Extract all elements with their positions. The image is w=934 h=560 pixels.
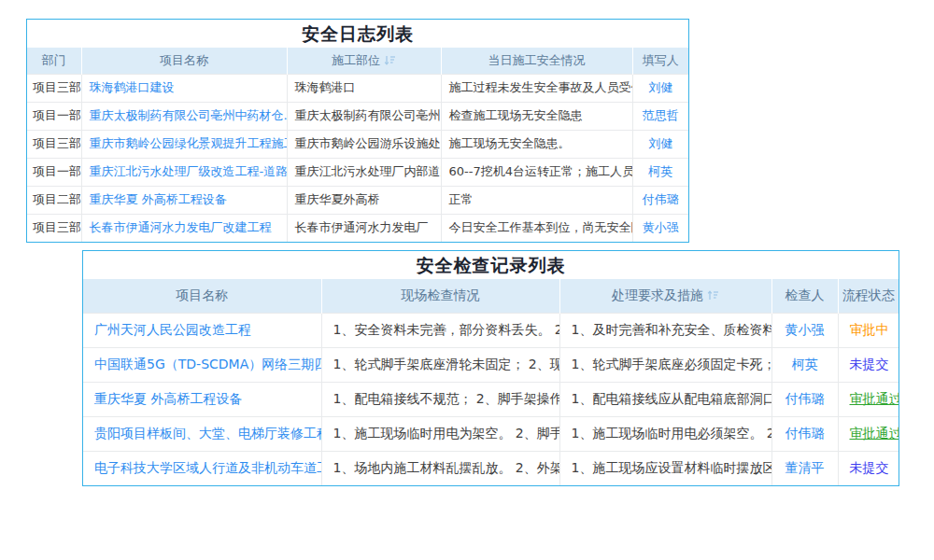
site-check-cell: 1、安全资料未完善，部分资料丢失。 2... (321, 313, 559, 347)
log-col-construction-part[interactable]: 施工部位 (287, 48, 441, 74)
inspector-link[interactable]: 付伟璐 (785, 391, 825, 406)
status-badge: 审批中 (850, 322, 889, 337)
safety-situation-cell: 施工现场无安全隐患。 (441, 130, 632, 158)
inspection-header-row: 项目名称 现场检查情况 处理要求及措施 检查人 流程状态 (83, 279, 899, 313)
writer-cell: 付伟璐 (632, 186, 688, 214)
inspector-link[interactable]: 柯英 (792, 357, 818, 371)
project-cell: 重庆江北污水处理厂级改造工程-道路... (81, 158, 287, 186)
writer-link[interactable]: 刘健 (648, 136, 672, 150)
writer-link[interactable]: 柯英 (648, 164, 672, 178)
department-cell: 项目三部 (27, 130, 81, 158)
writer-link[interactable]: 黄小强 (643, 220, 679, 234)
project-name-link[interactable]: 重庆华夏 外高桥工程设备 (90, 192, 227, 206)
safety-log-title: 安全日志列表 (27, 20, 688, 48)
department-cell: 项目一部 (27, 102, 81, 130)
inspector-cell: 付伟璐 (771, 416, 838, 451)
table-row: 项目三部 珠海鹤港口建设 珠海鹤港口 施工过程未发生安全事故及人员受伤情况 刘健 (27, 74, 688, 102)
measures-cell: 1、施工现场临时用电必须架空。 2... (559, 416, 771, 451)
status-cell: 未提交 (838, 451, 899, 485)
project-cell: 重庆太极制药有限公司亳州中药材仓... (81, 102, 287, 130)
status-cell: 未提交 (838, 347, 899, 382)
site-check-cell: 1、配电箱接线不规范； 2、脚手架操作... (321, 382, 559, 416)
status-badge: 审批通过 (850, 391, 899, 406)
department-cell: 项目三部 (27, 214, 81, 242)
status-cell: 审批通过 (838, 382, 899, 416)
inspector-link[interactable]: 黄小强 (785, 322, 825, 337)
project-cell: 中国联通5G（TD-SCDMA）网络三期四... (83, 347, 321, 382)
project-name-link[interactable]: 长春市伊通河水力发电厂改建工程 (90, 220, 272, 234)
writer-cell: 柯英 (632, 158, 688, 186)
project-cell: 重庆华夏 外高桥工程设备 (83, 382, 321, 416)
safety-inspection-panel: 安全检查记录列表 项目名称 现场检查情况 处理要求及措施 检查人 流程状态 广州… (82, 250, 899, 486)
measures-cell: 1、配电箱接线应从配电箱底部洞口... (559, 382, 771, 416)
construction-part-cell: 重庆市鹅岭公园游乐设施处 (287, 130, 441, 158)
log-header-row: 部门 项目名称 施工部位 当日施工安全情况 填写人 (27, 48, 688, 74)
inspector-cell: 黄小强 (771, 313, 838, 347)
table-row: 项目三部 长春市伊通河水力发电厂改建工程 长春市伊通河水力发电厂 今日安全工作基… (27, 214, 688, 242)
project-cell: 贵阳项目样板间、大堂、电梯厅装修工程 (83, 416, 321, 451)
project-name-link[interactable]: 电子科技大学区域人行道及非机动车道工... (94, 460, 321, 475)
log-col-writer: 填写人 (632, 48, 688, 74)
status-badge: 未提交 (850, 357, 889, 371)
measures-cell: 1、及时完善和补充安全、质检资料... (559, 313, 771, 347)
project-name-link[interactable]: 广州天河人民公园改造工程 (94, 322, 251, 337)
safety-inspection-title: 安全检查记录列表 (83, 251, 899, 279)
project-name-link[interactable]: 中国联通5G（TD-SCDMA）网络三期四... (94, 357, 321, 371)
safety-log-table: 部门 项目名称 施工部位 当日施工安全情况 填写人 项目三部 珠海鹤港口建设 珠… (27, 48, 688, 242)
log-col-department: 部门 (27, 48, 81, 74)
department-cell: 项目三部 (27, 74, 81, 102)
safety-inspection-table: 项目名称 现场检查情况 处理要求及措施 检查人 流程状态 广州天河人民公园改造工… (83, 279, 899, 485)
writer-cell: 黄小强 (632, 214, 688, 242)
table-row: 贵阳项目样板间、大堂、电梯厅装修工程 1、施工现场临时用电为架空。 2、脚手..… (83, 416, 899, 451)
project-name-link[interactable]: 贵阳项目样板间、大堂、电梯厅装修工程 (94, 426, 321, 441)
log-col-project-name: 项目名称 (81, 48, 287, 74)
insp-col-measures[interactable]: 处理要求及措施 (559, 279, 771, 313)
sort-icon[interactable] (707, 289, 719, 304)
safety-situation-cell: 今日安全工作基本到位，尚无安全隐患... (441, 214, 632, 242)
construction-part-cell: 珠海鹤港口 (287, 74, 441, 102)
project-name-link[interactable]: 珠海鹤港口建设 (90, 80, 175, 94)
inspector-cell: 董清平 (771, 451, 838, 485)
table-row: 重庆华夏 外高桥工程设备 1、配电箱接线不规范； 2、脚手架操作... 1、配电… (83, 382, 899, 416)
construction-part-cell: 重庆江北污水处理厂内部道路 (287, 158, 441, 186)
table-row: 电子科技大学区域人行道及非机动车道工... 1、场地内施工材料乱摆乱放。 2、外… (83, 451, 899, 485)
project-cell: 重庆市鹅岭公园绿化景观提升工程施工 (81, 130, 287, 158)
safety-situation-cell: 施工过程未发生安全事故及人员受伤情况 (441, 74, 632, 102)
log-col-construction-part-label: 施工部位 (332, 53, 380, 67)
status-badge: 审批通过 (850, 426, 899, 441)
writer-cell: 刘健 (632, 130, 688, 158)
inspector-link[interactable]: 董清平 (785, 460, 825, 475)
writer-link[interactable]: 范思哲 (643, 108, 679, 122)
inspector-cell: 付伟璐 (771, 382, 838, 416)
safety-situation-cell: 检查施工现场无安全隐患 (441, 102, 632, 130)
project-name-link[interactable]: 重庆市鹅岭公园绿化景观提升工程施工 (90, 136, 288, 150)
department-cell: 项目一部 (27, 158, 81, 186)
project-cell: 电子科技大学区域人行道及非机动车道工... (83, 451, 321, 485)
sort-icon[interactable] (384, 54, 396, 69)
insp-col-measures-label: 处理要求及措施 (612, 287, 703, 302)
project-name-link[interactable]: 重庆华夏 外高桥工程设备 (94, 391, 242, 406)
writer-cell: 范思哲 (632, 102, 688, 130)
project-cell: 重庆华夏 外高桥工程设备 (81, 186, 287, 214)
project-cell: 珠海鹤港口建设 (81, 74, 287, 102)
construction-part-cell: 重庆太极制药有限公司亳州... (287, 102, 441, 130)
table-row: 广州天河人民公园改造工程 1、安全资料未完善，部分资料丢失。 2... 1、及时… (83, 313, 899, 347)
construction-part-cell: 长春市伊通河水力发电厂 (287, 214, 441, 242)
insp-col-inspector: 检查人 (771, 279, 838, 313)
log-col-daily-safety: 当日施工安全情况 (441, 48, 632, 74)
status-cell: 审批通过 (838, 416, 899, 451)
status-badge: 未提交 (850, 460, 889, 475)
project-name-link[interactable]: 重庆江北污水处理厂级改造工程-道路... (90, 164, 288, 178)
table-row: 项目一部 重庆江北污水处理厂级改造工程-道路... 重庆江北污水处理厂内部道路 … (27, 158, 688, 186)
writer-link[interactable]: 刘健 (648, 80, 672, 94)
insp-col-project-name: 项目名称 (83, 279, 321, 313)
site-check-cell: 1、轮式脚手架底座滑轮未固定； 2、现... (321, 347, 559, 382)
project-name-link[interactable]: 重庆太极制药有限公司亳州中药材仓... (90, 108, 288, 122)
inspector-link[interactable]: 付伟璐 (785, 426, 825, 441)
project-cell: 广州天河人民公园改造工程 (83, 313, 321, 347)
table-row: 中国联通5G（TD-SCDMA）网络三期四... 1、轮式脚手架底座滑轮未固定；… (83, 347, 899, 382)
writer-link[interactable]: 付伟璐 (643, 192, 679, 206)
safety-situation-cell: 60--7挖机4台运转正常；施工人员无违... (441, 158, 632, 186)
writer-cell: 刘健 (632, 74, 688, 102)
table-row: 项目三部 重庆市鹅岭公园绿化景观提升工程施工 重庆市鹅岭公园游乐设施处 施工现场… (27, 130, 688, 158)
